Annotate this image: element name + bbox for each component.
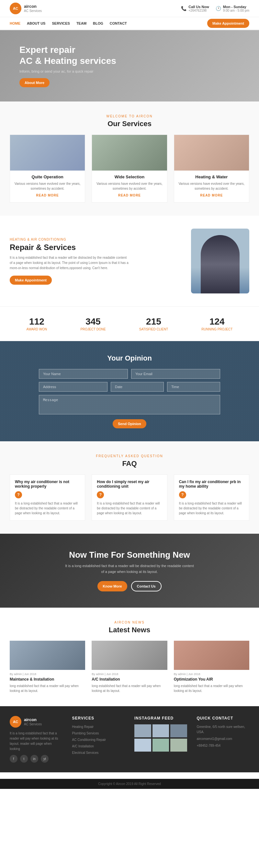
service-desc-wide: Various versions have evolved over the y… — [92, 181, 167, 191]
service-card-wide-selection: Wide Selection Various versions have evo… — [91, 134, 167, 203]
stat-award: 112 Award Won — [27, 316, 47, 331]
footer-services-list: Heating Repair Plumbing Services AC Cond… — [72, 724, 125, 755]
contact-us-button[interactable]: Contact Us — [131, 581, 161, 591]
brand-text: aircon AC Services — [24, 4, 42, 13]
services-section: WELCOME TO AIRCON Our Services Quite Ope… — [0, 101, 259, 216]
faq-icon-2: ? — [97, 491, 104, 498]
repair-person-image — [191, 228, 249, 293]
phone-contact: 📞 Call Us Now +264762198 — [181, 5, 209, 12]
insta-6 — [170, 739, 187, 752]
faq-icon-3: ? — [179, 491, 186, 498]
service-link-heating[interactable]: READ MORE — [200, 193, 223, 197]
service-image-quite — [10, 135, 85, 170]
social-icon-twitter[interactable]: t — [20, 755, 28, 763]
news-title-3: Optimization You AIR — [174, 677, 249, 682]
social-icon-youtube[interactable]: yt — [41, 755, 48, 763]
logo-area: AC aircon AC Services — [10, 3, 42, 14]
nav-item-contact[interactable]: CONTACT — [110, 21, 127, 26]
footer-instagram-heading: INSTAGRAM FEED — [134, 716, 187, 720]
repair-appointment-button[interactable]: Make Appointment — [10, 276, 52, 285]
service-link-wide[interactable]: READ MORE — [118, 193, 141, 197]
service-image-heating — [174, 135, 249, 170]
time-input[interactable] — [167, 382, 220, 392]
repair-title: Repair & Services — [10, 243, 130, 252]
address-input[interactable] — [39, 382, 108, 392]
nav-item-about[interactable]: ABOUT US — [27, 21, 45, 26]
faq-grid: Why my air conditioner is not working pr… — [10, 474, 249, 521]
social-icon-instagram[interactable]: in — [30, 755, 38, 763]
name-input[interactable] — [39, 369, 128, 379]
stat-project-number: 345 — [80, 316, 106, 327]
footer-email: airconservi1@gmail.com — [197, 736, 250, 742]
stat-award-label: Award Won — [27, 328, 47, 331]
footer-bottom: Copyright © Aircon 2019 All Right Reserv… — [0, 779, 259, 789]
news-meta-3: By admin | Jun 2018 — [174, 673, 249, 676]
news-grid: By admin | Jun 2018 Maintance & Installa… — [10, 641, 249, 693]
nav-item-team[interactable]: TEAM — [76, 21, 86, 26]
footer-brand-text: aircon AC Services — [24, 717, 42, 726]
make-appointment-button[interactable]: Make Appointment — [207, 19, 249, 28]
message-textarea[interactable] — [39, 395, 220, 414]
news-image-1 — [10, 641, 85, 670]
services-label: WELCOME TO AIRCON — [10, 115, 249, 118]
news-image-3 — [174, 641, 249, 670]
repair-image-container — [130, 228, 249, 293]
faq-item-1: Why my air conditioner is not working pr… — [10, 474, 85, 521]
service-desc-quite: Various versions have evolved over the y… — [10, 181, 85, 191]
stat-award-number: 112 — [27, 316, 47, 327]
repair-content: Heating & Air Conditioning Repair & Serv… — [10, 238, 130, 285]
about-more-button[interactable]: About More — [20, 78, 49, 87]
footer-logo: AC aircon AC Services — [10, 716, 63, 727]
faq-question-1: Why my air conditioner is not working pr… — [15, 479, 80, 489]
stat-client: 215 Satisfied Client — [139, 316, 168, 331]
footer-service-1[interactable]: Heating Repair — [72, 724, 125, 729]
cta-buttons: Know More Contact Us — [98, 581, 161, 591]
service-link-quite[interactable]: READ MORE — [36, 193, 59, 197]
footer-service-4[interactable]: A/C Installation — [72, 744, 125, 748]
services-grid: Quite Operation Various versions have ev… — [10, 134, 249, 203]
repair-section: Heating & Air Conditioning Repair & Serv… — [0, 216, 259, 306]
footer-services: SERVICES Heating Repair Plumbing Service… — [72, 716, 125, 763]
news-card-1: By admin | Jun 2018 Maintance & Installa… — [10, 641, 85, 693]
service-card-quite-operation: Quite Operation Various versions have ev… — [10, 134, 85, 203]
faq-section: FREQUENTLY ASKED QUESTION FAQ Why my air… — [0, 441, 259, 534]
insta-4 — [134, 739, 151, 752]
cta-title: Now Time For Something New — [69, 550, 190, 560]
footer-services-heading: SERVICES — [72, 716, 125, 720]
know-more-button[interactable]: Know More — [98, 581, 127, 591]
copyright-text: Copyright © Aircon 2019 All Right Reserv… — [98, 782, 161, 786]
footer-service-2[interactable]: Plumbing Services — [72, 731, 125, 735]
faq-icon-1: ? — [15, 491, 22, 498]
nav-item-blog[interactable]: BLOG — [93, 21, 103, 26]
faq-answer-1: It is a long established fact that a rea… — [15, 501, 80, 516]
instagram-grid — [134, 724, 187, 752]
news-text-2: long established fact that a reader will… — [91, 683, 167, 693]
stat-client-label: Satisfied Client — [139, 328, 168, 331]
send-opinion-button[interactable]: Send Opinion — [113, 419, 146, 428]
hero-title: Expert repair AC & Heating services — [20, 44, 116, 66]
email-input[interactable] — [131, 369, 220, 379]
nav-item-services[interactable]: SERVICES — [52, 21, 70, 26]
nav-item-home[interactable]: HOME — [10, 21, 21, 26]
services-title: Our Services — [10, 120, 249, 128]
news-section: AIRCON NEWS Latest News By admin | Jun 2… — [0, 608, 259, 706]
form-submit-container: Send Opinion — [39, 419, 220, 428]
opinion-title: Your Opinion — [107, 354, 152, 363]
footer-service-5[interactable]: Electrical Services — [72, 750, 125, 755]
repair-description: It is a long established fact that a rea… — [10, 255, 130, 271]
news-title-1: Maintance & Installation — [10, 677, 85, 682]
hero-subtitle: Inform, bring or send your ac, for a qui… — [20, 69, 116, 73]
date-input[interactable] — [111, 382, 164, 392]
footer-address: Greenline, 6/5 north sure wellsen, USA. — [197, 724, 250, 735]
hero-content: Expert repair AC & Heating services Info… — [20, 44, 116, 87]
insta-5 — [152, 739, 169, 752]
nav-list: HOME ABOUT US SERVICES TEAM BLOG CONTACT — [10, 21, 127, 26]
footer-service-3[interactable]: AC Conditioning Repair — [72, 737, 125, 742]
social-icon-facebook[interactable]: f — [10, 755, 17, 763]
service-card-heating-water: Heating & Water Various versions have ev… — [174, 134, 249, 203]
repair-sublabel: Heating & Air Conditioning — [10, 238, 130, 241]
insta-1 — [134, 724, 151, 737]
service-title-quite: Quite Operation — [10, 175, 85, 179]
faq-question-2: How do I simply reset my air conditionin… — [97, 479, 162, 489]
form-row-name-email — [39, 369, 220, 379]
